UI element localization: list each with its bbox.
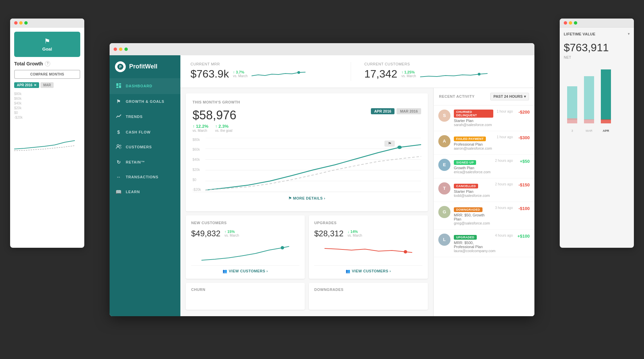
titlebar-dot-green[interactable] <box>124 48 128 51</box>
svg-text:P: P <box>119 65 122 69</box>
more-details-button[interactable]: ⚑ MORE DETAILS › <box>193 192 421 205</box>
mrr-vs: vs. March <box>233 74 247 78</box>
chevron-down-icon: ▾ <box>524 94 526 99</box>
header-stats: CURRENT MRR $763.9k ↑ 3.7% vs. March <box>180 55 534 88</box>
sidebar-label-cash-flow: CASH FLOW <box>126 130 151 134</box>
transactions-icon: ↔ <box>116 174 122 180</box>
sidebar-item-dashboard[interactable]: DASHBOARD <box>110 78 180 94</box>
sidebar-item-transactions[interactable]: ↔ TRANSACTIONS <box>110 170 180 184</box>
svg-point-21 <box>398 146 402 149</box>
activity-email: aaron@salesforce.com <box>454 146 493 150</box>
left-panels: THIS MONTH'S GROWTH $58,976 ↑ 12.2% vs. … <box>180 88 433 316</box>
mrr-mini-chart <box>252 67 350 81</box>
sidebar-item-cash-flow[interactable]: $ CASH FLOW <box>110 125 180 140</box>
sidebar-logo: P ProfitWell <box>110 55 180 78</box>
growth-amount: $58,976 <box>193 108 236 122</box>
tag-apr-2016[interactable]: APR 2016 <box>371 108 395 114</box>
activity-item: A FAILED PAYMENT Professional Plan aaron… <box>434 131 534 155</box>
badge-signed-up: SIGNED UP <box>454 160 476 165</box>
activity-header: RECENT ACTIVITY PAST 24 HOURS ▾ <box>434 88 534 106</box>
sidebar: P ProfitWell DASHBOARD ⚑ GROWTH & GOALS <box>110 55 180 316</box>
window-dots-left <box>10 19 84 28</box>
titlebar-dot-red[interactable] <box>114 48 117 51</box>
avatar: L <box>438 234 450 246</box>
upgrades-panel: UPGRADES $28,312 ↓ 14% vs. March <box>309 215 428 279</box>
change-vs-march: ↑ 12.2% vs. March <box>193 124 208 132</box>
time-filter-dropdown[interactable]: PAST 24 HOURS ▾ <box>490 93 529 100</box>
activity-time: 1 hour ago <box>497 110 513 113</box>
svg-point-13 <box>297 71 300 74</box>
cash-flow-icon: $ <box>116 129 122 135</box>
badge-downgraded: DOWNGRADED <box>454 207 482 212</box>
tag-mar[interactable]: MAR <box>40 82 54 88</box>
net-label: NET <box>564 55 630 59</box>
sidebar-item-learn[interactable]: 📖 LEARN <box>110 184 180 199</box>
compare-months-button[interactable]: COMPARE MONTHS <box>14 70 80 79</box>
lifetime-value-amount: $763,911 <box>564 41 630 54</box>
sidebar-item-growth-goals[interactable]: ⚑ GROWTH & GOALS <box>110 94 180 109</box>
upgrades-chart <box>314 242 422 262</box>
main-panels: THIS MONTH'S GROWTH $58,976 ↑ 12.2% vs. … <box>180 88 534 316</box>
customers-icon <box>116 144 122 150</box>
activity-time: 4 hours ago <box>495 234 513 237</box>
new-customers-value-row: $49,832 ↑ 15% vs. March <box>191 229 299 238</box>
svg-point-24 <box>281 246 284 249</box>
upgrades-vs: vs. March <box>348 234 362 237</box>
svg-point-12 <box>120 145 121 146</box>
chart-y-labels: $80k $60k $40k $20k $0 -$20k <box>193 138 205 192</box>
bg-chart-svg <box>14 122 75 156</box>
svg-rect-2 <box>584 76 594 120</box>
dot-yellow <box>19 21 23 25</box>
sidebar-label-customers: CUSTOMERS <box>126 145 152 149</box>
change1-pct: ↑ 12.2% <box>193 124 208 129</box>
activity-time: 3 hours ago <box>495 206 513 210</box>
activity-info: SIGNED UP Growth Plan erica@salesforce.c… <box>454 159 492 174</box>
sidebar-label-trends: TRENDS <box>126 115 143 119</box>
upgrades-header: UPGRADES <box>314 221 422 225</box>
lifetime-value-label: LIFETIME VALUE <box>564 32 595 36</box>
sidebar-item-trends[interactable]: TRENDS <box>110 109 180 125</box>
growth-goals-icon: ⚑ <box>116 99 122 104</box>
activity-amount: -$300 <box>516 135 530 140</box>
dot-yellow-r <box>569 21 572 25</box>
sidebar-item-customers[interactable]: CUSTOMERS <box>110 140 180 155</box>
svg-point-11 <box>117 145 119 147</box>
badge-churned-delinquent: CHURNED DELINQUENT <box>454 110 493 118</box>
chevron-down-icon[interactable]: ▾ <box>628 32 630 36</box>
activity-title: RECENT ACTIVITY <box>439 94 475 98</box>
growth-chart-svg-container: ⚑ <box>205 138 421 192</box>
learn-icon: 📖 <box>116 189 122 195</box>
month-tags: APR 2016 ✕ MAR <box>14 82 80 88</box>
upgrades-pct: ↓ 14% <box>348 230 362 234</box>
tag-apr[interactable]: APR 2016 ✕ <box>14 82 39 88</box>
trends-icon <box>116 114 122 120</box>
activity-time: 2 hours ago <box>495 182 513 186</box>
activity-info: CANCELLED Starter Plan todd@salesforce.c… <box>454 182 492 198</box>
tag-mar-2016[interactable]: MAR 2016 <box>397 108 421 114</box>
dot-green <box>24 21 28 25</box>
activity-info: FAILED PAYMENT Professional Plan aaron@s… <box>454 135 493 150</box>
change-vs-goal: ↑ 2.3% vs. the goal <box>215 124 232 132</box>
sidebar-item-retain[interactable]: ↻ RETAIN™ <box>110 155 180 170</box>
titlebar-dot-yellow[interactable] <box>119 48 122 51</box>
new-customers-panel: NEW CUSTOMERS $49,832 ↑ 15% vs. March <box>186 215 305 279</box>
sidebar-label-retain: RETAIN™ <box>126 160 145 164</box>
churn-downgrades-row: CHURN DOWNGRADES <box>186 283 428 310</box>
main-titlebar <box>110 43 534 55</box>
info-icon[interactable]: ? <box>45 61 50 66</box>
svg-rect-1 <box>567 118 577 123</box>
upgrades-change: ↓ 14% vs. March <box>348 230 362 237</box>
activity-email: sarah@salesforce.com <box>454 123 493 127</box>
new-customers-view-button[interactable]: 👥 VIEW CUSTOMERS › <box>191 265 299 273</box>
mrr-pct: ↑ 3.7% <box>233 70 247 74</box>
new-customers-header: NEW CUSTOMERS <box>191 221 299 225</box>
sidebar-label-growth-goals: GROWTH & GOALS <box>126 99 164 103</box>
svg-rect-3 <box>584 119 594 123</box>
customers-pct: ↑ 1.25% <box>401 70 416 74</box>
upgrades-view-button[interactable]: 👥 VIEW CUSTOMERS › <box>314 265 422 273</box>
dot-red <box>14 21 18 25</box>
churn-panel: CHURN <box>186 283 305 310</box>
badge-upgraded: UPGRADED <box>454 235 477 240</box>
sidebar-label-transactions: TRANSACTIONS <box>126 175 158 179</box>
mrr-stat-block: CURRENT MRR $763.9k ↑ 3.7% vs. March <box>191 62 351 81</box>
